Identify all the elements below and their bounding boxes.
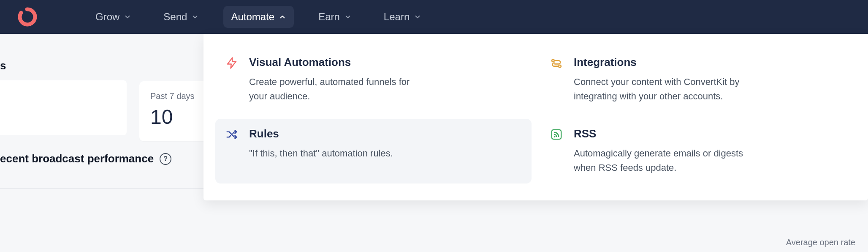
menu-item-title: Visual Automations bbox=[249, 56, 426, 69]
nav-item-automate[interactable]: Automate bbox=[223, 6, 294, 28]
menu-item-title: RSS bbox=[574, 127, 751, 140]
shuffle-icon bbox=[225, 128, 239, 142]
chevron-up-icon bbox=[279, 13, 286, 21]
section-title: ecent broadcast performance bbox=[0, 152, 154, 165]
chevron-down-icon bbox=[344, 13, 352, 21]
chevron-down-icon bbox=[191, 13, 199, 21]
menu-item-integrations[interactable]: Integrations Connect your content with C… bbox=[540, 47, 856, 112]
chevron-down-icon bbox=[124, 13, 131, 21]
svg-rect-2 bbox=[552, 130, 561, 140]
nav-item-learn[interactable]: Learn bbox=[376, 6, 429, 28]
nav-label: Send bbox=[163, 11, 187, 23]
chevron-down-icon bbox=[414, 13, 421, 21]
menu-item-desc: Automagically generate emails or digests… bbox=[574, 146, 751, 175]
avg-open-rate-label: Average open rate bbox=[786, 238, 855, 247]
help-icon[interactable]: ? bbox=[160, 153, 171, 165]
menu-item-desc: Connect your content with ConvertKit by … bbox=[574, 75, 751, 104]
menu-item-rss[interactable]: RSS Automagically generate emails or dig… bbox=[540, 119, 856, 184]
menu-item-title: Rules bbox=[249, 127, 393, 140]
bolt-icon bbox=[225, 57, 239, 71]
nav-item-send[interactable]: Send bbox=[156, 6, 206, 28]
convertkit-logo[interactable] bbox=[17, 7, 37, 27]
nav-label: Earn bbox=[318, 11, 340, 23]
divider bbox=[0, 188, 207, 189]
nav-label: Learn bbox=[384, 11, 410, 23]
nav-label: Automate bbox=[231, 11, 274, 23]
menu-item-rules[interactable]: Rules "If this, then that" automation ru… bbox=[215, 119, 532, 184]
menu-item-title: Integrations bbox=[574, 56, 751, 69]
menu-item-desc: "If this, then that" automation rules. bbox=[249, 146, 393, 161]
nav-item-grow[interactable]: Grow bbox=[88, 6, 139, 28]
integrations-icon bbox=[549, 57, 564, 71]
truncated-heading: s bbox=[0, 59, 6, 72]
nav-item-earn[interactable]: Earn bbox=[311, 6, 359, 28]
help-glyph: ? bbox=[163, 155, 168, 163]
menu-item-desc: Create powerful, automated funnels for y… bbox=[249, 75, 426, 104]
section-header-row: ecent broadcast performance ? bbox=[0, 152, 171, 165]
nav-items: Grow Send Automate Earn Learn bbox=[88, 6, 429, 28]
top-navbar: Grow Send Automate Earn Learn bbox=[0, 0, 868, 34]
menu-item-visual-automations[interactable]: Visual Automations Create powerful, auto… bbox=[215, 47, 532, 112]
automate-megamenu: Visual Automations Create powerful, auto… bbox=[203, 34, 868, 200]
nav-label: Grow bbox=[95, 11, 119, 23]
rss-icon bbox=[549, 128, 564, 142]
partial-card bbox=[0, 80, 127, 135]
